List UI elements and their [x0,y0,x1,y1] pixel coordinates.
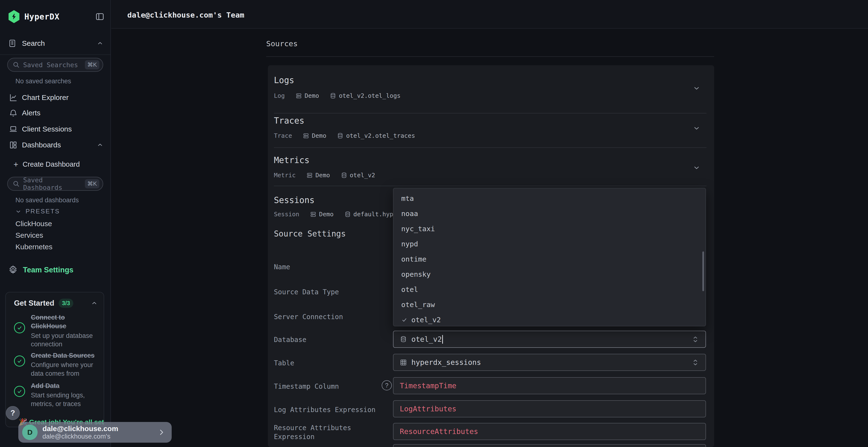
sidebar-item-label: Dashboards [22,141,61,149]
database-dropdown: mta noaa nyc_taxi nypd ontime opensky ot… [393,188,706,326]
dashboards-icon [8,141,19,149]
shortcut-badge: ⌘K [85,60,99,69]
database-select[interactable]: otel_v2 [393,331,706,348]
server-icon [296,93,302,99]
dropdown-option-ontime[interactable]: ontime [394,251,706,267]
dropdown-option-nyc-taxi[interactable]: nyc_taxi [394,221,706,236]
table-name: otel_v2 [350,172,375,179]
source-section-title: Sessions [274,195,315,205]
log-attributes-label: Log Attributes Expression [274,406,380,414]
sidebar-item-label: Chart Explorer [22,94,68,102]
table-name: otel_v2.otel_traces [346,132,415,139]
laptop-icon [8,125,19,133]
connection-group: Demo [296,92,319,99]
next-input-partial[interactable] [393,444,706,447]
table-group: otel_v2 [341,172,375,179]
source-meta-row: Metric Demo otel_v2 [274,172,386,179]
dropdown-option-opensky[interactable]: opensky [394,267,706,282]
dropdown-scrollbar[interactable] [702,251,704,291]
table-label: Table [274,359,380,368]
saved-dashboards-input[interactable]: Saved Dashboards ⌘K [7,177,103,191]
avatar: D [22,424,38,440]
search-section-label: Search [22,39,45,47]
dropdown-option-otel[interactable]: otel [394,282,706,297]
preset-item-services[interactable]: Services [16,231,43,239]
sidebar-divider [0,55,111,55]
dropdown-option-noaa[interactable]: noaa [394,206,706,221]
page-title-divider [266,56,714,57]
dropdown-option-nypd[interactable]: nypd [394,236,706,251]
resource-attributes-input[interactable]: ResourceAttributes [393,423,706,440]
team-settings-link[interactable]: Team Settings [8,265,73,275]
presets-label: PRESETS [26,208,60,215]
table-name: otel_v2.otel_logs [339,92,401,99]
chevron-down-icon [15,208,22,215]
timestamp-column-value: TimestampTime [400,381,457,390]
saved-searches-input[interactable]: Saved Searches ⌘K [7,58,103,72]
get-started-header[interactable]: Get Started 3/3 [14,299,98,308]
help-button[interactable]: ? [6,406,20,420]
user-name: dale@clickhouse.com [42,424,157,433]
check-icon [401,317,407,323]
check-circle-icon [14,355,25,367]
sidebar-item-alerts[interactable]: Alerts [8,106,104,120]
sidebar-item-client-sessions[interactable]: Client Sessions [8,122,104,136]
chevron-up-icon[interactable] [96,141,104,148]
preset-item-kubernetes[interactable]: Kubernetes [16,243,52,251]
database-value: otel_v2 [411,335,442,343]
database-icon [344,211,351,218]
connection-name: Demo [315,172,330,179]
chevron-down-icon[interactable] [692,164,701,172]
dropdown-option-mta[interactable]: mta [394,191,706,206]
get-started-item-title: Connect to ClickHouse [31,313,99,331]
hyperdx-logo-icon [8,10,20,23]
get-started-item-add-data[interactable]: Add Data Start sending logs, metrics, or… [14,381,99,408]
log-attributes-value: LogAttributes [400,405,457,413]
timestamp-column-label: Timestamp Column [274,382,380,391]
source-section-title: Logs [274,75,294,85]
no-saved-searches-text: No saved searches [16,77,71,85]
get-started-item-connect[interactable]: Connect to ClickHouse Set up your databa… [14,313,99,348]
chevron-up-icon[interactable] [96,40,104,47]
user-team: dale@clickhouse.com's [42,433,157,440]
get-started-item-title: Add Data [31,381,99,390]
sidebar-collapse-icon[interactable] [95,12,105,22]
server-connection-label: Server Connection [274,313,380,321]
sidebar-item-chart-explorer[interactable]: Chart Explorer [8,91,104,105]
search-icon [12,61,20,68]
presets-header[interactable]: PRESETS [15,208,60,215]
chevron-up-icon[interactable] [91,300,98,307]
user-menu[interactable]: D dale@clickhouse.com dale@clickhouse.co… [18,422,172,443]
section-divider [274,147,707,148]
source-type-tag: Session [274,211,299,218]
dropdown-option-otel-raw[interactable]: otel_raw [394,297,706,312]
preset-item-clickhouse[interactable]: ClickHouse [16,220,52,228]
select-arrows-icon[interactable] [691,358,699,367]
team-settings-label: Team Settings [23,266,73,274]
app-title: HyperDX [24,12,60,22]
table-select[interactable]: hyperdx_sessions [393,354,706,371]
create-dashboard-button[interactable]: + Create Dashboard [13,159,80,170]
search-section-header[interactable]: Search [8,37,104,50]
get-started-item-sources[interactable]: Create Data Sources Configure where your… [14,351,99,378]
create-dashboard-label: Create Dashboard [23,161,80,168]
chevron-down-icon[interactable] [692,84,701,92]
sources-panel: Logs Log Demo otel_v2.otel_logs Traces [268,65,714,447]
resource-attributes-value: ResourceAttributes [400,427,478,436]
page-title: Sources [266,39,298,48]
get-started-item-desc: Start sending logs, metrics, or traces [31,391,99,408]
section-divider [274,113,707,113]
log-attributes-input[interactable]: LogAttributes [393,400,706,417]
sidebar-item-dashboards[interactable]: Dashboards [8,138,104,152]
dropdown-option-otel-v2-selected[interactable]: otel_v2 [394,312,706,326]
connection-name: Demo [305,92,319,99]
chart-icon [8,93,19,102]
select-arrows-icon[interactable] [691,335,699,344]
top-bar: dale@clickhouse.com's Team [112,0,868,29]
help-icon[interactable]: ? [382,380,392,390]
source-type-tag: Metric [274,172,296,179]
check-circle-icon [14,386,25,397]
chevron-down-icon[interactable] [692,124,701,132]
connection-group: Demo [306,172,330,179]
timestamp-column-input[interactable]: TimestampTime [393,377,706,394]
